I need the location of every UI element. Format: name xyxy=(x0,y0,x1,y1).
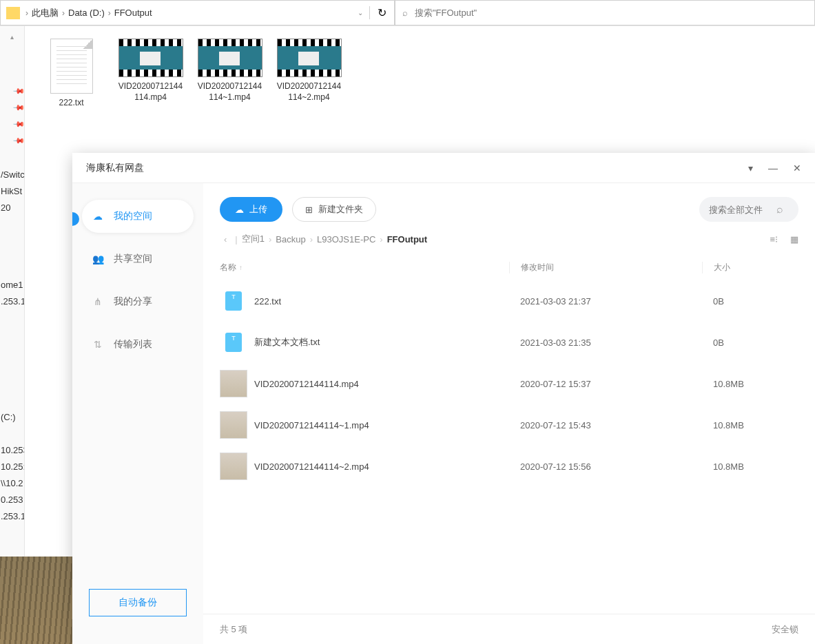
chevron-right-icon: › xyxy=(380,234,382,245)
nav-item[interactable]: .253.1 xyxy=(1,511,24,521)
refresh-button[interactable]: ↻ xyxy=(369,6,394,19)
transfer-icon: ⇅ xyxy=(92,338,104,351)
sidebar-item-label: 我的分享 xyxy=(114,295,152,308)
nav-item[interactable]: /Switc xyxy=(1,169,24,180)
file-name: VID20200712144114~2.mp4 xyxy=(254,461,509,472)
cloud-icon: ☁ xyxy=(92,210,104,222)
col-header-size[interactable]: 大小 xyxy=(702,262,798,273)
auto-backup-label: 自动备份 xyxy=(118,596,157,609)
file-item-video[interactable]: VID20200712144114~1.mp4 xyxy=(197,39,262,103)
nav-item[interactable]: .253.1 xyxy=(1,296,24,307)
upload-button[interactable]: ☁ 上传 xyxy=(220,197,282,222)
pin-icon: 📌 xyxy=(12,118,25,131)
sidebar-item-label: 共享空间 xyxy=(114,253,152,265)
back-button[interactable]: ‹ xyxy=(220,234,231,245)
file-name: 新建文本文档.txt xyxy=(254,336,509,349)
minimize-button[interactable]: — xyxy=(768,163,778,174)
explorer-search[interactable]: ⌕ xyxy=(395,0,815,25)
nav-item[interactable]: 20 xyxy=(1,202,24,213)
chevron-right-icon: › xyxy=(59,8,68,18)
nav-item[interactable]: \\10.2 xyxy=(1,478,24,488)
table-row[interactable]: 222.txt 2021-03-03 21:37 0B xyxy=(203,280,815,322)
scroll-up-icon[interactable]: ▴ xyxy=(0,33,24,41)
history-dropdown[interactable]: ⌄ xyxy=(351,9,369,17)
chevron-right-icon: › xyxy=(23,8,31,18)
sidebar-item-share-space[interactable]: 👥 共享空间 xyxy=(82,242,194,276)
sidebar-item-transfers[interactable]: ⇅ 传输列表 xyxy=(82,328,194,361)
cloud-search-input[interactable] xyxy=(709,205,771,215)
file-size: 0B xyxy=(702,337,798,348)
new-folder-button[interactable]: ⊞ 新建文件夹 xyxy=(292,197,376,222)
file-label: VID20200712144114~1.mp4 xyxy=(197,81,262,103)
file-item-txt[interactable]: 222.txt xyxy=(39,39,104,109)
file-item-video[interactable]: VID20200712144114.mp4 xyxy=(118,39,183,103)
cloud-statusbar: 共 5 项 安全锁 xyxy=(203,614,815,644)
video-file-icon xyxy=(220,370,247,397)
breadcrumb-segment[interactable]: 空间1 xyxy=(242,233,265,245)
grid-view-icon[interactable]: ▦ xyxy=(790,234,798,245)
cloud-sidebar: ☁ 我的空间 👥 共享空间 ⋔ 我的分享 ⇅ 传输列表 自动备份 xyxy=(72,183,203,644)
sidebar-item-my-space[interactable]: ☁ 我的空间 xyxy=(82,200,194,233)
explorer-search-input[interactable] xyxy=(408,8,814,18)
search-icon[interactable]: ⌕ xyxy=(776,203,783,216)
sidebar-item-label: 传输列表 xyxy=(114,338,152,351)
col-header-name[interactable]: 名称 ↑ xyxy=(220,262,509,273)
breadcrumb-segment[interactable]: L93OJS1E-PC xyxy=(317,234,375,245)
video-file-icon xyxy=(220,453,247,480)
txt-file-icon xyxy=(50,39,93,94)
search-icon: ⌕ xyxy=(402,8,408,18)
explorer-addressbar: › 此电脑 › Data (D:) › FFOutput ⌄ ↻ ⌕ xyxy=(0,0,815,26)
cloud-search[interactable]: ⌕ xyxy=(699,197,798,222)
breadcrumb-segment[interactable]: Backup xyxy=(276,234,305,245)
auto-backup-button[interactable]: 自动备份 xyxy=(89,589,187,616)
file-label: VID20200712144114~2.mp4 xyxy=(276,81,342,103)
cloud-drive-window: 海康私有网盘 ▾ — ✕ ☁ 我的空间 👥 共享空间 ⋔ 我的分享 xyxy=(72,153,815,644)
breadcrumb-segment[interactable]: 此电脑 xyxy=(31,6,59,21)
file-size: 0B xyxy=(702,296,798,307)
file-label: VID20200712144114.mp4 xyxy=(118,81,183,103)
txt-file-icon xyxy=(220,287,247,315)
explorer-breadcrumb[interactable]: › 此电脑 › Data (D:) › FFOutput ⌄ ↻ xyxy=(0,0,395,25)
window-body: ☁ 我的空间 👥 共享空间 ⋔ 我的分享 ⇅ 传输列表 自动备份 xyxy=(72,183,815,644)
desktop-wallpaper-peek xyxy=(0,557,72,644)
nav-item[interactable]: HikSt xyxy=(1,186,24,196)
nav-item[interactable]: (C:) xyxy=(1,412,24,422)
file-item-video[interactable]: VID20200712144114~2.mp4 xyxy=(276,39,342,103)
breadcrumb-segment[interactable]: FFOutput xyxy=(114,6,153,19)
item-count: 共 5 项 xyxy=(220,623,247,636)
file-list-header: 名称 ↑ 修改时间 大小 xyxy=(203,255,815,280)
file-date: 2020-07-12 15:56 xyxy=(509,461,702,472)
table-row[interactable]: VID20200712144114.mp4 2020-07-12 15:37 1… xyxy=(203,363,815,404)
chevron-right-icon: › xyxy=(310,234,313,245)
view-controls: ≡⁝ ▦ xyxy=(770,234,798,245)
table-row[interactable]: VID20200712144114~2.mp4 2020-07-12 15:56… xyxy=(203,446,815,487)
nav-item[interactable]: 10.253 xyxy=(1,445,24,455)
window-controls: ▾ — ✕ xyxy=(748,163,801,174)
new-folder-icon: ⊞ xyxy=(305,205,313,215)
share-icon: ⋔ xyxy=(92,295,104,308)
chevron-right-icon: › xyxy=(105,8,114,18)
file-size: 10.8MB xyxy=(702,420,798,430)
file-date: 2021-03-03 21:37 xyxy=(509,296,702,307)
breadcrumb-segment[interactable]: Data (D:) xyxy=(68,6,105,19)
dropdown-icon[interactable]: ▾ xyxy=(748,163,753,174)
nav-item[interactable]: 0.253 xyxy=(1,495,24,505)
table-row[interactable]: 新建文本文档.txt 2021-03-03 21:35 0B xyxy=(203,322,815,363)
sidebar-item-label: 我的空间 xyxy=(114,210,152,222)
nav-item[interactable]: 10.25: xyxy=(1,461,24,472)
chevron-right-icon: › xyxy=(269,234,271,245)
security-lock[interactable]: 安全锁 xyxy=(772,623,798,636)
file-list: 222.txt 2021-03-03 21:37 0B 新建文本文档.txt 2… xyxy=(203,280,815,487)
close-button[interactable]: ✕ xyxy=(793,163,801,174)
table-row[interactable]: VID20200712144114~1.mp4 2020-07-12 15:43… xyxy=(203,404,815,446)
file-date: 2020-07-12 15:43 xyxy=(509,420,702,430)
file-date: 2020-07-12 15:37 xyxy=(509,379,702,389)
window-titlebar[interactable]: 海康私有网盘 ▾ — ✕ xyxy=(72,153,815,183)
sort-icon[interactable]: ≡⁝ xyxy=(770,234,778,245)
col-header-date[interactable]: 修改时间 xyxy=(509,262,702,273)
explorer-nav-strip[interactable]: ▴ 📌 📌 📌 📌 /Switc HikSt 20 ome1 .253.1 (C… xyxy=(0,26,25,644)
cloud-breadcrumb: ‹ | 空间1 › Backup › L93OJS1E-PC › FFOutpu… xyxy=(203,229,815,255)
file-grid: 222.txt VID20200712144114.mp4 VID2020071… xyxy=(25,26,815,121)
sidebar-item-my-shares[interactable]: ⋔ 我的分享 xyxy=(82,285,194,318)
nav-item[interactable]: ome1 xyxy=(1,280,24,290)
